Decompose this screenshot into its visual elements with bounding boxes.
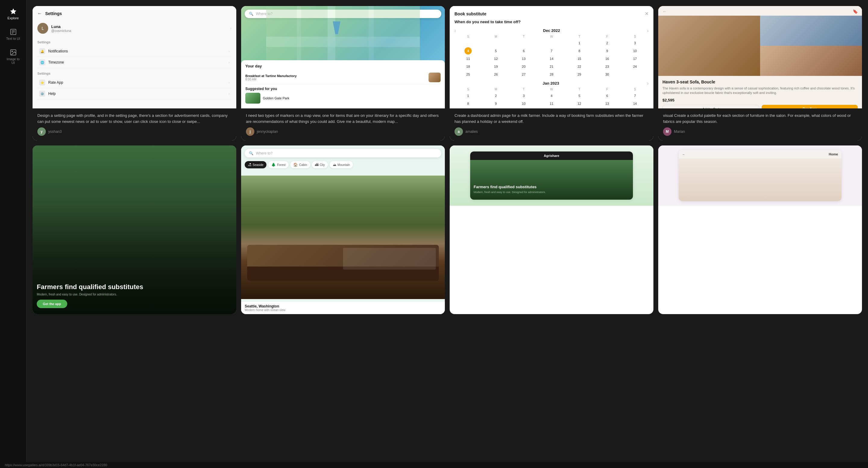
settings-notifications[interactable]: 🔔 Notifications › [37,46,231,57]
book-substitute-title: Book substitute [455,11,487,16]
map-item-image [429,73,441,82]
cal-next[interactable]: › [647,28,649,33]
settings-title: Settings [45,11,62,16]
bottom-right-preview: ← Home [658,145,862,206]
cal-today[interactable]: 4 [464,47,472,55]
status-url: https://www.usegalileo.ai/d/339b3d15-64d… [5,463,107,467]
inner-right-body [679,158,842,201]
tab-cabin[interactable]: 🏠 Cabin [290,161,310,168]
sidebar-item-text-to-ui[interactable]: Text to UI [2,25,24,43]
map-author-avatar: j [246,127,254,136]
calendar-card-author: a amalies [455,127,649,136]
notifications-icon: 🔔 [39,48,45,54]
sofa-description: The Haven sofa is a contemporary design … [662,86,858,96]
author-avatar: y [37,127,46,136]
tab-mountain[interactable]: ⛰ Mountain [330,161,353,168]
house-sublocation: Modern home with ocean view [245,308,441,312]
sidebar-text-to-ui-label: Text to UI [6,37,20,40]
profile-name: Luna [51,24,71,29]
text-to-ui-icon [10,28,17,36]
inner-right-card: ← Home [679,150,842,201]
house-search-icon: 🔍 [249,151,253,156]
settings-rate-app[interactable]: ⭐ Rate App › [37,77,231,88]
sofa-bookmark-icon[interactable]: 🔖 [852,9,858,14]
bottom-left-card[interactable]: Agrishare Farmers find qualified substit… [450,145,653,314]
sofa-card[interactable]: ← 🔖 Haven 3-seat Sofa, Boucle The Haven … [658,6,862,141]
calendar-author-avatar: a [455,127,463,136]
cal-prev[interactable]: ‹ [455,28,456,33]
map-suggested-item: Golden Gate Park [245,93,441,104]
tab-seaside[interactable]: 🏖 Seaside [245,161,267,168]
calendar-card-description: Create a dashboard admin page for a milk… [455,113,649,124]
settings-card[interactable]: ← Settings L Luna @cosmicluna › Settings… [33,6,236,141]
jan-title: Jan 2023 [542,81,559,86]
settings-timezone[interactable]: 🌐 Timezone › [37,57,231,68]
settings-preview: ← Settings L Luna @cosmicluna › Settings… [33,6,236,108]
settings-section-2: Settings [37,72,231,75]
house-card[interactable]: 🔍 Where to? 🏖 Seaside 🌲 Forest 🏠 Cabin [241,145,445,314]
map-card[interactable]: 🔍 Where to? Your day [241,6,445,141]
sofa-back-icon[interactable]: ← [662,9,667,14]
bottom-left-preview: Agrishare Farmers find qualified substit… [450,145,653,206]
house-search-text: Where to? [256,151,273,156]
sofa-name: Haven 3-seat Sofa, Boucle [662,79,858,84]
settings-card-author: y ysshan3 [37,127,231,136]
map-itinerary-item: Breakfast at Tartine Manufactory 8:00 AM [245,71,441,84]
inner-right-header: ← Home [679,150,842,158]
profile-avatar: L [37,23,48,34]
house-tabs: 🏖 Seaside 🌲 Forest 🏠 Cabin 🏙 City [245,161,441,168]
settings-help[interactable]: ⚙️ Help › [37,88,231,99]
inner-card-header: Agrishare [470,152,633,160]
sidebar: Explore Text to UI Image to UI [0,0,27,468]
calendar-card[interactable]: Book substitute ✕ When do you need to ta… [450,6,653,141]
main-content: ← Settings L Luna @cosmicluna › Settings… [27,0,868,468]
sidebar-explore-label: Explore [7,16,19,20]
bottom-right-card[interactable]: ← Home [658,145,862,314]
when-title: When do you need to take time off? [455,20,649,25]
sofa-author-avatar: M [663,127,672,136]
close-icon: ✕ [645,11,649,16]
status-bar: https://www.usegalileo.ai/d/339b3d15-64d… [0,462,868,468]
tab-forest[interactable]: 🌲 Forest [268,161,288,168]
sidebar-item-image-to-ui[interactable]: Image to UI [2,46,24,67]
profile-handle: @cosmicluna [51,29,71,33]
settings-card-info: Design a setting page with profile, and … [33,108,236,141]
suggested-item-image [245,93,260,104]
house-preview-container: 🔍 Where to? 🏖 Seaside 🌲 Forest 🏠 Cabin [241,145,445,314]
agri-card[interactable]: Agrishare Farmers find qualified substit… [33,145,236,314]
sofa-card-description: visual Create a colorful palette for eac… [663,113,857,124]
sofa-price: $2,595 [662,98,858,102]
sofa-card-author: M Marian [663,127,857,136]
help-icon: ⚙️ [39,91,45,97]
sofa-image-2 [760,46,862,76]
map-card-author: j jennyckaplan [246,127,440,136]
author-name: ysshan3 [48,130,62,134]
explore-icon [10,8,17,15]
calendar-card-info: Create a dashboard admin page for a milk… [450,108,653,141]
house-image [241,175,445,299]
house-search-bar[interactable]: 🔍 Where to? [245,149,441,158]
sofa-author-name: Marian [674,130,685,134]
map-card-description: I need two types of markers on a map vie… [246,113,440,124]
map-bottom-card: Your day Breakfast at Tartine Manufactor… [241,60,445,108]
agri-preview-container: Agrishare Farmers find qualified substit… [33,145,236,314]
svg-point-5 [12,51,13,52]
buy-now-btn[interactable]: Buy Now [762,105,858,108]
map-day-title: Your day [245,64,441,68]
add-to-cart-btn[interactable]: Add to Cart [662,105,759,108]
map-author-name: jennyckaplan [257,130,278,134]
sidebar-image-to-ui-label: Image to UI [5,57,22,64]
agri-subtitle: Modern, fresh and easy to use. Designed … [37,293,232,296]
sofa-images-grid [658,16,862,76]
timezone-icon: 🌐 [39,59,45,65]
agri-cta-button[interactable]: Get the app [37,300,67,308]
sidebar-item-explore[interactable]: Explore [2,5,24,23]
tab-city[interactable]: 🏙 City [312,161,328,168]
rate-app-icon: ⭐ [39,79,45,86]
settings-back-btn: ← [37,11,42,16]
dec-title: Dec 2022 [543,28,560,33]
sofa-main-image [658,16,760,76]
svg-rect-7 [266,37,420,47]
cal-jan-next[interactable]: › [647,81,649,86]
map-preview-container: 🔍 Where to? Your day [241,6,445,108]
